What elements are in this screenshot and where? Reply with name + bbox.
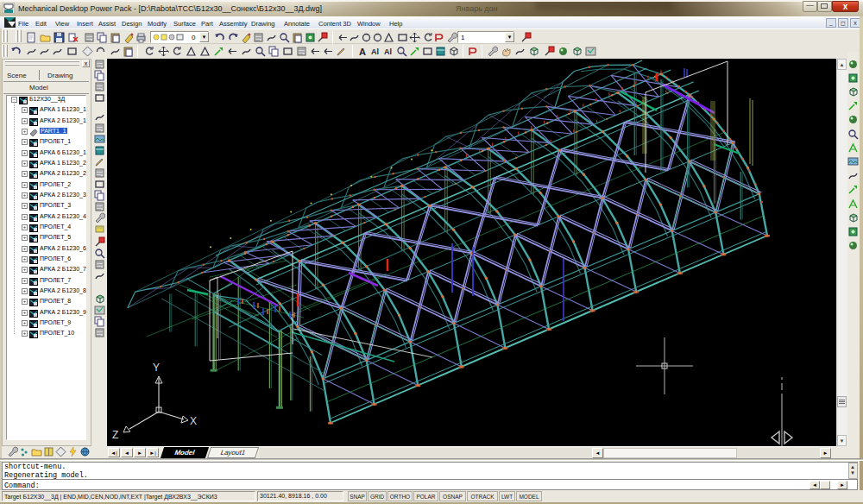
svg-text:A: A [359, 47, 366, 57]
svg-text:Y: Y [153, 362, 160, 374]
svg-text:X: X [190, 415, 197, 427]
svg-text:Z: Z [112, 429, 118, 441]
svg-text:Al: Al [384, 47, 392, 56]
svg-text:Al: Al [371, 47, 379, 56]
